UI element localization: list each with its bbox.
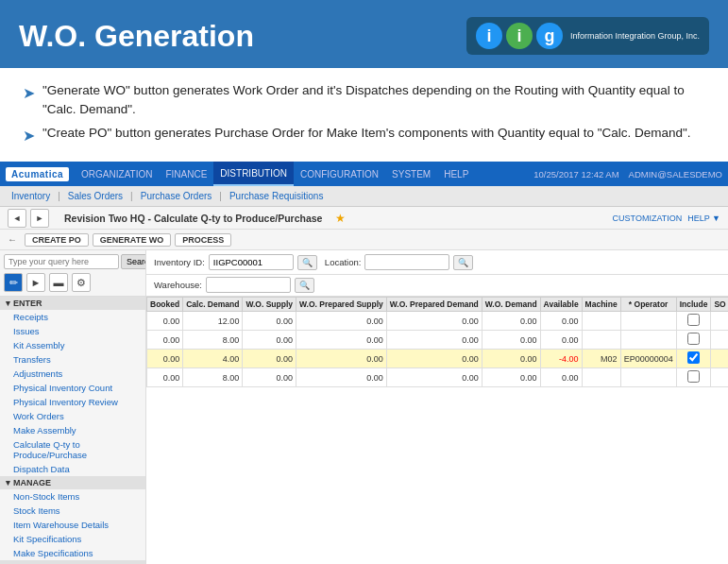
- nav-help[interactable]: HELP: [437, 162, 475, 186]
- edit-icon[interactable]: ✏: [4, 273, 23, 292]
- table-cell: 0.00: [386, 350, 482, 368]
- so-back-cell: 0.00: [711, 331, 728, 350]
- sec-nav-purchase-requisitions[interactable]: Purchase Requisitions: [224, 186, 330, 206]
- table-cell: 0.00: [386, 368, 482, 387]
- explore-section-header: ▾ EXPLORE: [0, 560, 145, 564]
- acumatica-logo[interactable]: Acumatica: [6, 167, 69, 181]
- action-bar: ← CREATE PO GENERATE WO PROCESS: [0, 230, 728, 250]
- include-checkbox[interactable]: [687, 351, 700, 364]
- col-include: Include: [676, 298, 711, 312]
- sidebar-transfers[interactable]: Transfers: [0, 352, 145, 367]
- table-cell: 0.00: [147, 350, 183, 368]
- sidebar-non-stock[interactable]: Non-Stock Items: [0, 489, 145, 504]
- table-cell: 0.00: [296, 312, 386, 331]
- create-po-button[interactable]: CREATE PO: [25, 233, 89, 247]
- nav-system[interactable]: SYSTEM: [385, 162, 437, 186]
- nav-configuration[interactable]: CONFIGURATION: [294, 162, 385, 186]
- back-icon[interactable]: ◄: [8, 209, 26, 228]
- table-cell: 0.00: [482, 331, 540, 350]
- sidebar-stock-items[interactable]: Stock Items: [0, 504, 145, 518]
- location-search-btn[interactable]: 🔍: [453, 255, 473, 270]
- include-checkbox[interactable]: [687, 370, 700, 383]
- sidebar-make-spec[interactable]: Make Specifications: [0, 546, 145, 560]
- nav-distribution[interactable]: DISTRIBUTION: [213, 162, 294, 186]
- inventory-id-group: Inventory ID: 🔍: [154, 254, 317, 270]
- forward-icon[interactable]: ►: [30, 209, 49, 228]
- location-group: Location: 🔍: [325, 254, 474, 270]
- so-back-cell: 0.00: [711, 368, 728, 387]
- sidebar-physical-inventory-count[interactable]: Physical Inventory Count: [0, 381, 145, 395]
- action-back-arrow[interactable]: ←: [8, 234, 17, 245]
- nav-organization[interactable]: ORGANIZATION: [75, 162, 159, 186]
- header-bar: W.O. Generation i i g Information Integr…: [0, 0, 728, 68]
- page-title: W.O. Generation: [19, 19, 254, 54]
- sidebar-dispatch-data[interactable]: Dispatch Data: [0, 462, 145, 476]
- table-cell: EP00000004: [620, 350, 676, 368]
- table-cell: 0.00: [147, 312, 183, 331]
- sec-nav-inventory[interactable]: Inventory: [6, 186, 56, 206]
- search-input[interactable]: [4, 254, 119, 269]
- table-cell: 0.00: [243, 312, 296, 331]
- location-input[interactable]: [364, 254, 449, 270]
- logo-g: g: [536, 23, 563, 49]
- table-cell: [620, 331, 676, 350]
- inventory-id-input[interactable]: [209, 254, 294, 270]
- nav-user: ADMIN@SALESDEMO: [629, 169, 722, 179]
- sec-nav-sales-orders[interactable]: Sales Orders: [62, 186, 128, 206]
- sidebar-search: Search: [0, 250, 145, 271]
- so-back-cell: 0.00: [711, 350, 728, 368]
- table-cell: [582, 368, 620, 387]
- so-back-cell: 0.00: [711, 312, 728, 331]
- sec-nav-purchase-orders[interactable]: Purchase Orders: [135, 186, 218, 206]
- sidebar-make-assembly[interactable]: Make Assembly: [0, 423, 145, 437]
- include-checkbox-cell[interactable]: [676, 368, 711, 387]
- bullet-item-2: ➤ "Create PO" button generates Purchase …: [23, 124, 705, 146]
- warehouse-group: Warehouse: 🔍: [154, 277, 314, 293]
- main-content: Search ✏ ► ▬ ⚙ ▾ ENTER Receipts Issues K…: [0, 250, 728, 564]
- inventory-id-search-btn[interactable]: 🔍: [297, 255, 317, 270]
- sidebar-kit-spec[interactable]: Kit Specifications: [0, 532, 145, 546]
- bullet-arrow-2: ➤: [23, 125, 35, 146]
- warehouse-search-btn[interactable]: 🔍: [295, 278, 314, 293]
- process-button[interactable]: PROCESS: [175, 233, 231, 247]
- include-checkbox[interactable]: [687, 314, 700, 326]
- settings-icon[interactable]: ⚙: [72, 273, 91, 292]
- include-checkbox-cell[interactable]: [676, 350, 711, 368]
- sidebar-adjustments[interactable]: Adjustments: [0, 367, 145, 381]
- sidebar-item-warehouse[interactable]: Item Warehouse Details: [0, 518, 145, 532]
- location-label: Location:: [325, 257, 362, 267]
- generate-wo-button[interactable]: GENERATE WO: [93, 233, 171, 247]
- table-cell: 0.00: [482, 368, 540, 387]
- inventory-id-label: Inventory ID:: [154, 257, 205, 267]
- warehouse-input[interactable]: [206, 277, 291, 293]
- sidebar-calculate-qty[interactable]: Calculate Q-ty to Produce/Purchase: [0, 437, 145, 462]
- sidebar-physical-inventory-review[interactable]: Physical Inventory Review: [0, 395, 145, 409]
- sidebar-receipts[interactable]: Receipts: [0, 310, 145, 324]
- include-checkbox-cell[interactable]: [676, 312, 711, 331]
- table-cell: [582, 312, 620, 331]
- include-checkbox[interactable]: [687, 333, 700, 345]
- logo-i: i: [476, 23, 502, 49]
- bullet-text-2: "Create PO" button generates Purchase Or…: [42, 124, 691, 143]
- col-wo-supply: W.O. Supply: [243, 298, 296, 312]
- include-checkbox-cell[interactable]: [676, 331, 711, 350]
- help-btn[interactable]: HELP ▼: [687, 214, 720, 223]
- sidebar-kit-assembly[interactable]: Kit Assembly: [0, 338, 145, 352]
- sidebar-issues[interactable]: Issues: [0, 324, 145, 338]
- nav-finance[interactable]: FINANCE: [159, 162, 213, 186]
- search-button[interactable]: Search: [121, 254, 146, 269]
- chart-icon[interactable]: ▬: [49, 273, 68, 292]
- table-cell: 0.00: [482, 350, 540, 368]
- play-icon[interactable]: ►: [26, 273, 45, 292]
- table-cell: 0.00: [540, 368, 582, 387]
- logo-box: i i g Information Integration Group, Inc…: [466, 17, 709, 55]
- table-cell: 8.00: [183, 331, 243, 350]
- table-cell: 4.00: [183, 350, 243, 368]
- table-cell: 8.00: [183, 368, 243, 387]
- sidebar-work-orders[interactable]: Work Orders: [0, 409, 145, 423]
- data-table: Booked Calc. Demand W.O. Supply W.O. Pre…: [146, 297, 728, 387]
- table-cell: 0.00: [540, 331, 582, 350]
- star-icon[interactable]: ★: [335, 212, 346, 225]
- col-operator: * Operator: [620, 298, 676, 312]
- customization-btn[interactable]: CUSTOMIZATION: [613, 214, 683, 223]
